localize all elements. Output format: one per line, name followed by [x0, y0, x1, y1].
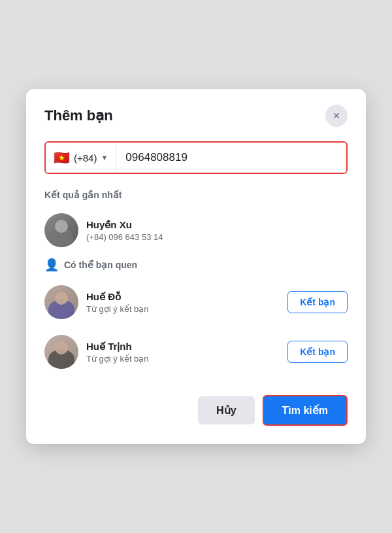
modal-footer: Hủy Tìm kiếm — [44, 395, 348, 426]
modal-title: Thêm bạn — [44, 107, 113, 124]
avatar-huetrinh — [44, 335, 78, 369]
search-results-section: Kết quả gần nhất Huyền Xu (+84) 096 643 … — [44, 190, 348, 252]
add-friend-button-huedo[interactable]: Kết bạn — [287, 291, 348, 313]
add-friend-button-huetrinh[interactable]: Kết bạn — [287, 341, 348, 363]
person-sub-huedo: Từ gợi ý kết bạn — [86, 304, 280, 314]
avatar-huyenxu — [44, 213, 78, 247]
phone-number-input[interactable] — [116, 143, 346, 173]
add-friend-modal: Thêm bạn × 🇻🇳 (+84) ▼ Kết quả gần nhất H… — [26, 89, 366, 444]
person-sub-huetrinh: Từ gợi ý kết bạn — [86, 354, 280, 364]
person-info-huyenxu: Huyền Xu (+84) 096 643 53 14 — [86, 219, 348, 242]
person-info-huedo: Huế Đỗ Từ gợi ý kết bạn — [86, 291, 280, 314]
maybe-know-section: 👤 Có thể bạn quen Huế Đỗ Từ gợi ý kết bạ… — [44, 258, 348, 374]
phone-input-row: 🇻🇳 (+84) ▼ — [44, 141, 348, 174]
person-sub-huyenxu: (+84) 096 643 53 14 — [86, 232, 348, 242]
person-name-huedo: Huế Đỗ — [86, 291, 280, 303]
person-name-huetrinh: Huế Trịnh — [86, 341, 280, 352]
person-icon: 👤 — [44, 258, 59, 272]
avatar-huedo — [44, 285, 78, 319]
country-code: (+84) — [74, 152, 97, 163]
results-section-label: Kết quả gần nhất — [44, 190, 348, 200]
chevron-down-icon: ▼ — [101, 154, 108, 162]
search-button[interactable]: Tìm kiếm — [263, 395, 348, 426]
result-item-huetrinh: Huế Trịnh Từ gợi ý kết bạn Kết bạn — [44, 330, 348, 374]
maybe-know-header: 👤 Có thể bạn quen — [44, 258, 348, 272]
close-button[interactable]: × — [325, 105, 348, 127]
country-flag: 🇻🇳 — [54, 150, 70, 165]
result-item-huedo: Huế Đỗ Từ gợi ý kết bạn Kết bạn — [44, 280, 348, 324]
result-item: Huyền Xu (+84) 096 643 53 14 — [44, 208, 348, 252]
country-selector[interactable]: 🇻🇳 (+84) ▼ — [46, 143, 116, 173]
person-name-huyenxu: Huyền Xu — [86, 219, 348, 231]
maybe-know-label: Có thể bạn quen — [64, 260, 137, 270]
cancel-button[interactable]: Hủy — [198, 396, 254, 424]
person-info-huetrinh: Huế Trịnh Từ gợi ý kết bạn — [86, 341, 280, 364]
modal-header: Thêm bạn × — [44, 105, 348, 127]
